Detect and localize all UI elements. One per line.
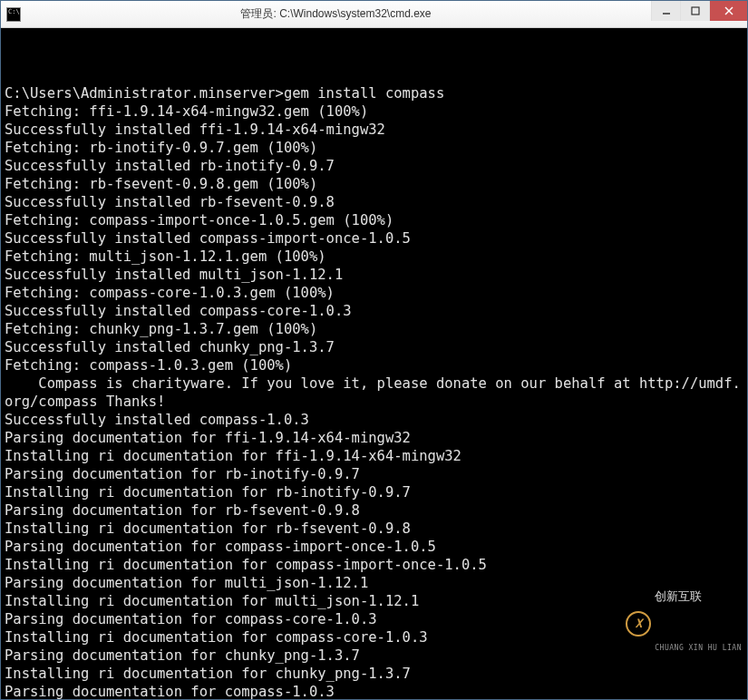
watermark-sub-text: CHUANG XIN HU LIAN (655, 639, 742, 657)
terminal-line: Successfully installed chunky_png-1.3.7 (5, 338, 743, 356)
terminal-line: Successfully installed compass-1.0.3 (5, 411, 743, 429)
terminal-line: Fetching: multi_json-1.12.1.gem (100%) (5, 248, 743, 266)
terminal-line: Fetching: compass-core-1.0.3.gem (100%) (5, 284, 743, 302)
titlebar[interactable]: 管理员: C:\Windows\system32\cmd.exe (1, 1, 747, 28)
window-controls (651, 1, 747, 27)
svg-rect-1 (692, 7, 699, 15)
terminal-line: C:\Users\Administrator.minserver>gem ins… (5, 84, 743, 102)
close-button[interactable] (709, 1, 747, 21)
terminal-line: Successfully installed compass-import-on… (5, 229, 743, 248)
minimize-icon (662, 6, 671, 15)
watermark-text-block: 创新互联 CHUANG XIN HU LIAN (655, 554, 742, 694)
minimize-button[interactable] (651, 1, 680, 21)
cmd-window: 管理员: C:\Windows\system32\cmd.exe C:\User… (0, 0, 748, 700)
terminal-line: Parsing documentation for rb-inotify-0.9… (5, 465, 743, 483)
terminal-line: Successfully installed multi_json-1.12.1 (5, 266, 743, 284)
terminal-line: Installing ri documentation for rb-inoti… (5, 483, 743, 501)
window-title: 管理员: C:\Windows\system32\cmd.exe (21, 6, 651, 22)
terminal-line: Installing ri documentation for rb-fseve… (5, 520, 743, 538)
watermark-main-text: 创新互联 (655, 590, 742, 603)
terminal-line: Parsing documentation for ffi-1.9.14-x64… (5, 429, 743, 447)
terminal-output[interactable]: C:\Users\Administrator.minserver>gem ins… (1, 28, 747, 699)
maximize-button[interactable] (680, 1, 709, 21)
close-icon (724, 6, 733, 15)
terminal-line: Successfully installed compass-core-1.0.… (5, 302, 743, 320)
cmd-icon (6, 7, 21, 22)
terminal-line: Fetching: compass-1.0.3.gem (100%) (5, 356, 743, 374)
terminal-line: Fetching: rb-fsevent-0.9.8.gem (100%) (5, 175, 743, 193)
watermark: X 创新互联 CHUANG XIN HU LIAN (626, 554, 742, 694)
terminal-line: Compass is charityware. If you love it, … (5, 374, 743, 411)
terminal-line: Parsing documentation for rb-fsevent-0.9… (5, 501, 743, 520)
terminal-line: Fetching: compass-import-once-1.0.5.gem … (5, 211, 743, 229)
terminal-line: Fetching: rb-inotify-0.9.7.gem (100%) (5, 139, 743, 157)
terminal-line: Installing ri documentation for ffi-1.9.… (5, 447, 743, 465)
terminal-line: Successfully installed rb-inotify-0.9.7 (5, 157, 743, 175)
terminal-line: Fetching: ffi-1.9.14-x64-mingw32.gem (10… (5, 102, 743, 121)
watermark-logo-icon: X (626, 611, 651, 637)
maximize-icon (691, 6, 700, 15)
terminal-line: Successfully installed ffi-1.9.14-x64-mi… (5, 121, 743, 139)
terminal-line: Successfully installed rb-fsevent-0.9.8 (5, 193, 743, 211)
terminal-line: Fetching: chunky_png-1.3.7.gem (100%) (5, 320, 743, 338)
